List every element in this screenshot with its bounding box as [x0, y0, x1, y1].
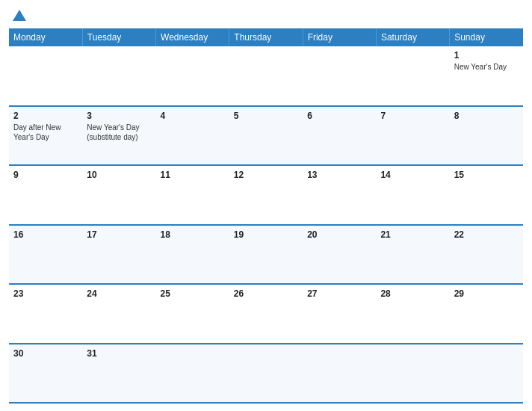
calendar-cell [9, 46, 82, 106]
svg-marker-0 [13, 10, 26, 21]
day-number: 22 [454, 229, 519, 240]
calendar-cell: 24 [82, 284, 155, 344]
calendar-cell: 6 [303, 106, 376, 166]
day-number: 21 [380, 229, 445, 240]
day-number: 25 [161, 288, 225, 299]
calendar-table: Monday Tuesday Wednesday Thursday Friday… [9, 28, 523, 404]
calendar-cell: 1New Year's Day [450, 46, 523, 106]
header-thursday: Thursday [229, 28, 303, 46]
calendar-cell: 15 [450, 165, 523, 225]
day-number: 30 [13, 348, 78, 359]
calendar-cell: 31 [82, 344, 155, 404]
calendar-cell: 4 [156, 106, 229, 166]
day-number: 18 [161, 229, 225, 240]
calendar-cell [82, 46, 155, 106]
day-number: 29 [454, 288, 519, 299]
calendar-cell: 2Day after New Year's Day [9, 106, 82, 166]
day-number: 17 [87, 229, 151, 240]
day-number: 8 [454, 111, 519, 121]
calendar-cell: 20 [303, 225, 376, 285]
calendar-week-3: 9101112131415 [9, 165, 523, 225]
header-sunday: Sunday [450, 28, 523, 46]
calendar-cell: 9 [9, 165, 82, 225]
day-number: 11 [161, 170, 225, 180]
day-number: 2 [13, 111, 78, 121]
calendar-week-2: 2Day after New Year's Day3New Year's Day… [9, 106, 523, 166]
day-number: 26 [234, 288, 298, 299]
day-number: 7 [380, 111, 445, 121]
calendar-cell: 25 [156, 284, 229, 344]
header-monday: Monday [9, 28, 82, 46]
weekday-header-row: Monday Tuesday Wednesday Thursday Friday… [9, 28, 523, 46]
logo [10, 7, 28, 24]
day-number: 16 [13, 229, 78, 240]
day-number: 20 [307, 229, 371, 240]
day-number: 4 [161, 111, 225, 121]
day-number: 9 [13, 170, 78, 180]
day-number: 14 [380, 170, 445, 180]
header-tuesday: Tuesday [82, 28, 155, 46]
calendar-cell [376, 344, 449, 404]
calendar-cell [376, 46, 449, 106]
header-wednesday: Wednesday [156, 28, 229, 46]
day-number: 5 [234, 111, 298, 121]
calendar-cell: 13 [303, 165, 376, 225]
calendar-cell [229, 344, 303, 404]
calendar-page: Monday Tuesday Wednesday Thursday Friday… [0, 0, 532, 411]
day-number: 3 [87, 111, 151, 121]
day-number: 31 [87, 348, 151, 359]
calendar-cell: 19 [229, 225, 303, 285]
calendar-cell: 30 [9, 344, 82, 404]
holiday-label: Day after New Year's Day [13, 123, 78, 142]
calendar-cell: 23 [9, 284, 82, 344]
day-number: 19 [234, 229, 298, 240]
calendar-week-5: 23242526272829 [9, 284, 523, 344]
calendar-week-4: 16171819202122 [9, 225, 523, 285]
calendar-cell: 5 [229, 106, 303, 166]
day-number: 23 [13, 288, 78, 299]
calendar-cell [156, 344, 229, 404]
calendar-cell: 7 [376, 106, 449, 166]
calendar-cell: 22 [450, 225, 523, 285]
calendar-cell: 16 [9, 225, 82, 285]
calendar-week-1: 1New Year's Day [9, 46, 523, 106]
day-number: 28 [380, 288, 445, 299]
calendar-cell: 18 [156, 225, 229, 285]
calendar-cell: 26 [229, 284, 303, 344]
holiday-label: New Year's Day [454, 62, 519, 72]
calendar-cell: 14 [376, 165, 449, 225]
calendar-cell [450, 344, 523, 404]
day-number: 12 [234, 170, 298, 180]
calendar-week-6: 3031 [9, 344, 523, 404]
calendar-cell: 17 [82, 225, 155, 285]
calendar-cell [303, 344, 376, 404]
calendar-cell: 21 [376, 225, 449, 285]
calendar-cell: 10 [82, 165, 155, 225]
calendar-cell: 28 [376, 284, 449, 344]
calendar-cell [156, 46, 229, 106]
day-number: 27 [307, 288, 371, 299]
header-saturday: Saturday [376, 28, 449, 46]
day-number: 10 [87, 170, 151, 180]
day-number: 13 [307, 170, 371, 180]
calendar-cell: 11 [156, 165, 229, 225]
holiday-label: New Year's Day (substitute day) [87, 123, 151, 142]
header-friday: Friday [303, 28, 376, 46]
calendar-cell [303, 46, 376, 106]
calendar-cell: 12 [229, 165, 303, 225]
calendar-cell: 3New Year's Day (substitute day) [82, 106, 155, 166]
day-number: 6 [307, 111, 371, 121]
day-number: 15 [454, 170, 519, 180]
calendar-cell: 29 [450, 284, 523, 344]
day-number: 1 [454, 50, 519, 61]
calendar-cell: 8 [450, 106, 523, 166]
day-number: 24 [87, 288, 151, 299]
page-header [9, 7, 523, 24]
calendar-cell: 27 [303, 284, 376, 344]
calendar-cell [229, 46, 303, 106]
logo-triangle-icon [11, 7, 28, 24]
